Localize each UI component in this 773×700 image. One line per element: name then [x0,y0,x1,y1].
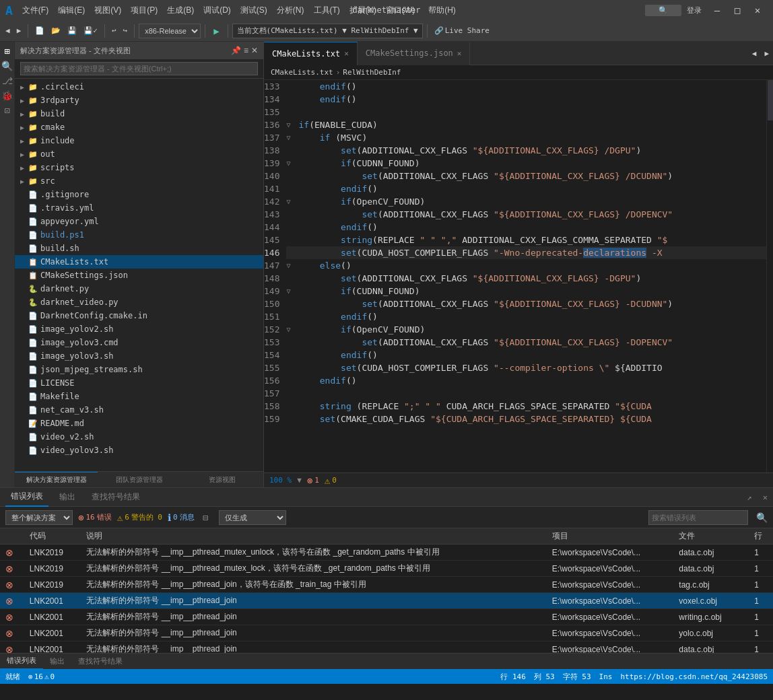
tree-item-darknetvideo[interactable]: ▶ 🐍 darknet_video.py [15,295,263,309]
menu-tools[interactable]: 工具(T) [310,3,344,18]
search-box[interactable]: 🔍 [645,5,681,16]
minimize-button[interactable]: — [707,0,727,20]
activity-extensions[interactable]: ⊡ [1,104,14,117]
status-branch[interactable]: 就绪 [5,672,20,682]
menu-file[interactable]: 文件(F) [18,3,53,18]
tree-item-out[interactable]: ▶ 📁 out [15,147,263,161]
tree-item-build[interactable]: ▶ 📁 build [15,107,263,120]
sidebar-tab-team[interactable]: 团队资源管理器 [98,472,180,487]
error-search-input[interactable] [648,510,748,525]
col-line[interactable]: 行 [749,528,773,545]
status-col[interactable]: 列 53 [534,672,555,682]
sidebar-pin-icon[interactable]: 📌 [231,46,241,55]
breadcrumb-toolbar[interactable]: 当前文档(CMakeLists.txt) ▼ RelWithDebInf ▼ [232,24,423,38]
tree-item-imageyolov2[interactable]: ▶ 📄 image_yolov2.sh [15,322,263,336]
menu-analyze[interactable]: 分析(N) [273,3,308,18]
status-errors[interactable]: ⊗ 16 ⚠ 0 [28,672,55,681]
col-desc[interactable]: 说明 [81,528,546,545]
bottom-tab-output[interactable]: 输出 [43,654,71,670]
tab-close-icon2[interactable]: ✕ [457,49,462,58]
sidebar-tab-solution[interactable]: 解决方案资源管理器 [15,472,98,487]
panel-tab-find[interactable]: 查找符号结果 [86,488,145,507]
build-config-dropdown[interactable]: x86-Release [139,24,201,38]
error-row-7[interactable]: ⊗ LNK2001 无法解析的外部符号 __imp__pthread_join … [0,641,773,654]
tree-item-imageyolov3[interactable]: ▶ 📄 image_yolov3.sh [15,349,263,363]
error-badge[interactable]: ⊗ 16 错误 [78,512,112,523]
login-button[interactable]: 登录 [687,5,702,15]
warning-indicator[interactable]: ⚠ 0 [325,475,337,486]
panel-close-icon[interactable]: ✕ [763,493,768,502]
tree-item-cmake[interactable]: ▶ 📁 cmake [15,120,263,134]
toolbar-saveall[interactable]: 💾✓ [81,25,100,36]
filter-icon[interactable]: ⊟ [203,512,208,523]
tab-cmakelists[interactable]: CMakeLists.txt ✕ [264,42,358,65]
tree-item-3rdparty[interactable]: ▶ 📁 3rdparty [15,94,263,107]
menu-build[interactable]: 生成(B) [163,3,198,18]
live-share-button[interactable]: 🔗 Live Share [432,25,492,36]
status-ins[interactable]: Ins [599,672,613,681]
tree-item-cmakesettings[interactable]: ▶ 📋 CMakeSettings.json [15,269,263,282]
panel-tab-errors[interactable]: 错误列表 [5,488,48,507]
error-row-4[interactable]: ⊗ LNK2001 无法解析的外部符号 __imp__pthread_join … [0,593,773,609]
status-char[interactable]: 字符 53 [563,672,591,682]
tree-item-readme[interactable]: ▶ 📝 README.md [15,417,263,430]
error-row-5[interactable]: ⊗ LNK2001 无法解析的外部符号 __imp__pthread_join … [0,609,773,625]
tree-item-travisyml[interactable]: ▶ 📄 .travis.yml [15,201,263,215]
toolbar-forward[interactable]: ▶ [14,25,24,36]
sidebar-tab-resource[interactable]: 资源视图 [180,472,263,487]
warning-badge[interactable]: ⚠ 6 警告的 0 [117,512,162,523]
tree-item-buildsh[interactable]: ▶ 📄 build.sh [15,242,263,255]
tree-item-circleci[interactable]: ▶ 📁 .circleci [15,80,263,94]
tab-cmakesettings[interactable]: CMakeSettings.json ✕ [358,42,471,65]
error-row-3[interactable]: ⊗ LNK2019 无法解析的外部符号 __imp__pthread_join，… [0,577,773,593]
toolbar-back[interactable]: ◀ [3,25,13,36]
menu-view[interactable]: 视图(V) [90,3,125,18]
activity-explorer[interactable]: ⊞ [1,44,14,58]
zoom-level[interactable]: 100 % [269,476,292,485]
activity-git[interactable]: ⎇ [1,74,14,88]
tree-item-netcam[interactable]: ▶ 📄 net_cam_v3.sh [15,403,263,417]
status-url[interactable]: https://blog.csdn.net/qq_24423085 [620,672,768,681]
error-row-2[interactable]: ⊗ LNK2019 无法解析的外部符号 __imp__pthread_mutex… [0,561,773,577]
minimap[interactable] [766,80,773,473]
toolbar-redo[interactable]: ↪ [121,25,131,36]
menu-test[interactable]: 测试(S) [236,3,271,18]
tree-item-videov2[interactable]: ▶ 📄 video_v2.sh [15,430,263,444]
scope-filter-dropdown[interactable]: 整个解决方案 当前文档 [5,510,73,525]
breadcrumb-relwithdebinf[interactable]: RelWithDebInf [343,68,401,77]
tree-item-gitignore[interactable]: ▶ 📄 .gitignore [15,188,263,201]
tree-item-imageyolov3cmd[interactable]: ▶ 📄 image_yolov3.cmd [15,336,263,349]
toolbar-new[interactable]: 📄 [32,25,47,36]
breadcrumb-cmakelists[interactable]: CMakeLists.txt [271,68,333,77]
sidebar-close-icon[interactable]: ✕ [251,46,258,55]
tab-scroll-left[interactable]: ◀ [748,49,761,58]
error-row-6[interactable]: ⊗ LNK2001 无法解析的外部符号 __imp__pthread_join … [0,625,773,641]
toolbar-open[interactable]: 📂 [48,25,63,36]
tree-item-makefile[interactable]: ▶ 📄 Makefile [15,390,263,403]
col-code[interactable]: 代码 [24,528,81,545]
sidebar-search-input[interactable] [20,62,258,75]
close-button[interactable]: ✕ [747,0,768,20]
status-line[interactable]: 行 146 [500,672,526,682]
tree-item-videoyolov3[interactable]: ▶ 📄 video_yolov3.sh [15,444,263,457]
error-indicator[interactable]: ⊗ 1 [307,475,319,486]
tree-item-jsonmjpeg[interactable]: ▶ 📄 json_mjpeg_streams.sh [15,363,263,376]
toolbar-save[interactable]: 💾 [65,25,79,36]
error-search-icon[interactable]: 🔍 [756,512,768,523]
bottom-tab-find[interactable]: 查找符号结果 [71,654,129,670]
activity-debug[interactable]: 🐞 [1,89,14,102]
panel-tab-output[interactable]: 输出 [54,488,81,507]
col-project[interactable]: 项目 [547,528,674,545]
toolbar-undo[interactable]: ↩ [109,25,119,36]
tree-item-buildps1[interactable]: ▶ 📄 build.ps1 [15,228,263,242]
tab-scroll-right[interactable]: ▶ [760,49,773,58]
code-editor[interactable]: 133 endif() 134 endif() 135 [264,80,773,473]
menu-debug[interactable]: 调试(D) [199,3,235,18]
menu-edit[interactable]: 编辑(E) [54,3,89,18]
tree-item-include[interactable]: ▶ 📁 include [15,134,263,147]
tree-item-src[interactable]: ▶ 📁 src [15,174,263,188]
menu-project[interactable]: 项目(P) [127,3,162,18]
tree-item-license[interactable]: ▶ 📄 LICENSE [15,376,263,390]
info-badge[interactable]: ℹ 0 消息 [168,512,195,523]
tab-close-icon[interactable]: ✕ [344,49,349,58]
